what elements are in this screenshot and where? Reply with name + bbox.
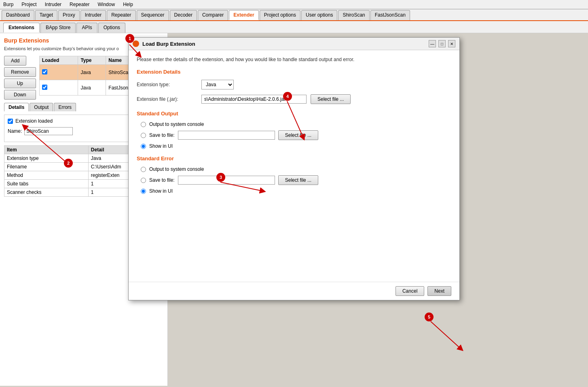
extension-type-select[interactable]: JavaPythonRuby [201,80,234,89]
select-file-button-stdout[interactable]: Select file ... [278,130,318,140]
extension-details-heading: Extension Details [137,69,451,75]
extension-file-input[interactable] [201,95,307,104]
error-save-row: Save to file: Select file ... [137,175,451,185]
extension-type-label: Extension type: [137,82,197,87]
menu-help[interactable]: Help [121,1,135,8]
sub-tab-options[interactable]: Options [98,23,125,33]
output-console-row: Output to system console [137,121,451,127]
menu-repeater[interactable]: Repeater [68,1,91,8]
menu-burp[interactable]: Burp [2,1,15,8]
sub-tab-bar: ExtensionsBApp StoreAPIsOptions [0,21,588,33]
dialog-icon [133,40,139,47]
sub-tab-bapp-store[interactable]: BApp Store [40,23,76,33]
error-save-label: Save to file: [149,177,175,183]
error-ui-label: Show in UI [149,188,173,194]
tab-target[interactable]: Target [35,10,57,20]
error-console-row: Output to system console [137,166,451,172]
sub-tab-extensions[interactable]: Extensions [3,23,40,33]
dialog-footer: Cancel Next [129,282,459,300]
minimize-button[interactable]: — [429,40,436,47]
tab-fastjsonscan[interactable]: FastJsonScan [370,10,410,20]
tab-shiroscan[interactable]: ShiroScan [338,10,369,20]
output-console-radio[interactable] [141,122,146,127]
select-file-button-jar[interactable]: Select file ... [311,94,351,104]
error-console-radio[interactable] [141,167,146,172]
standard-output-heading: Standard Output [137,111,451,117]
menu-intruder[interactable]: Intruder [43,1,63,8]
dialog-overlay: Load Burp Extension — □ ✕ Please enter t… [0,33,588,386]
error-ui-row: Show in UI [137,188,451,194]
sub-tab-apis[interactable]: APIs [76,23,97,33]
output-ui-row: Show in UI [137,143,451,149]
load-extension-dialog: Load Burp Extension — □ ✕ Please enter t… [128,37,460,300]
dialog-controls: — □ ✕ [429,40,455,47]
tab-extender[interactable]: Extender [229,10,258,20]
menu-project[interactable]: Project [20,1,38,8]
dialog-title: Load Burp Extension [142,41,195,47]
tab-user-options[interactable]: User options [301,10,337,20]
dialog-title-left: Load Burp Extension [133,40,195,47]
extension-file-row: Extension file (.jar): Select file ... [137,94,451,104]
tab-comparer[interactable]: Comparer [198,10,228,20]
tab-dashboard[interactable]: Dashboard [2,10,34,20]
tab-repeater[interactable]: Repeater [107,10,135,20]
output-save-input[interactable] [178,131,275,140]
error-ui-radio[interactable] [141,189,146,194]
output-ui-label: Show in UI [149,143,173,149]
main-area: Burp Extensions Extensions let you custo… [0,33,588,386]
output-ui-radio[interactable] [141,144,146,149]
tab-sequencer[interactable]: Sequencer [137,10,169,20]
error-console-label: Output to system console [149,166,204,172]
menu-window[interactable]: Window [96,1,116,8]
standard-output-options: Output to system console Save to file: S… [137,121,451,149]
dialog-description: Please enter the details of the extensio… [137,57,451,62]
tab-project-options[interactable]: Project options [260,10,300,20]
maximize-button[interactable]: □ [438,40,446,47]
close-button[interactable]: ✕ [448,40,455,47]
output-save-label: Save to file: [149,132,175,138]
tab-decoder[interactable]: Decoder [170,10,197,20]
next-button[interactable]: Next [427,286,451,296]
output-save-radio[interactable] [141,133,146,138]
standard-error-options: Output to system console Save to file: S… [137,166,451,194]
menu-bar: Burp Project Intruder Repeater Window He… [0,0,588,9]
output-console-label: Output to system console [149,121,204,127]
select-file-button-stderr[interactable]: Select file ... [278,175,318,185]
tab-proxy[interactable]: Proxy [58,10,80,20]
tab-intruder[interactable]: Intruder [80,10,106,20]
dialog-titlebar: Load Burp Extension — □ ✕ [129,38,459,50]
error-save-input[interactable] [178,176,275,185]
main-tab-bar: DashboardTargetProxyIntruderRepeaterSequ… [0,9,588,21]
cancel-button[interactable]: Cancel [396,286,424,296]
extension-type-row: Extension type: JavaPythonRuby [137,80,451,89]
error-save-radio[interactable] [141,178,146,183]
dialog-body: Please enter the details of the extensio… [129,50,459,282]
output-save-row: Save to file: Select file ... [137,130,451,140]
extension-file-label: Extension file (.jar): [137,96,197,102]
standard-error-heading: Standard Error [137,155,451,162]
